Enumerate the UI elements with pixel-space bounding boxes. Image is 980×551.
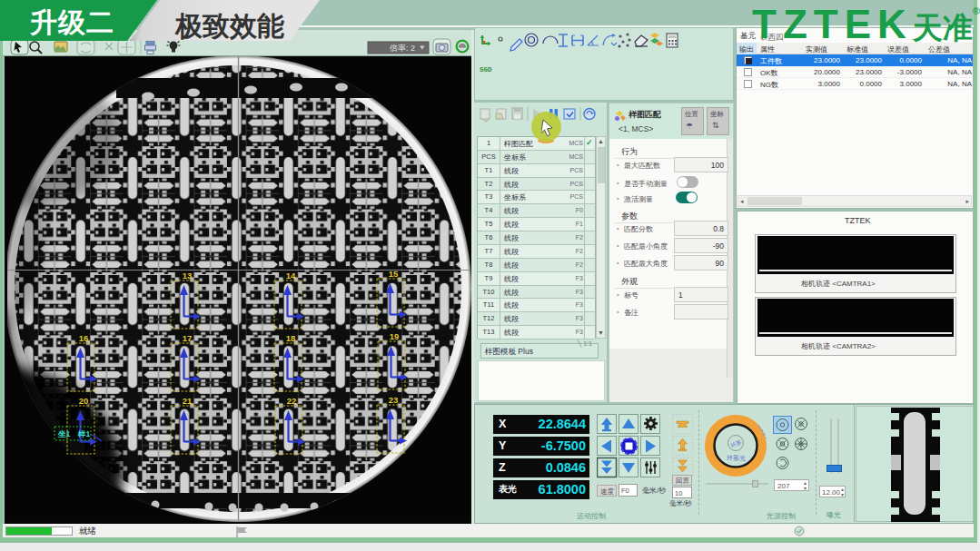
svg-text:环形光: 环形光: [727, 455, 746, 462]
svg-text:样1: 样1: [77, 429, 91, 438]
svg-text:21: 21: [183, 396, 193, 406]
svg-text:16: 16: [79, 333, 89, 343]
svg-text:13: 13: [183, 271, 193, 280]
svg-text:18: 18: [286, 333, 296, 343]
svg-text:14: 14: [286, 271, 296, 280]
svg-text:SGD: SGD: [480, 66, 492, 74]
svg-text:环形: 环形: [730, 439, 742, 449]
svg-text:19: 19: [390, 331, 400, 341]
svg-text:20: 20: [79, 396, 89, 406]
svg-text:17: 17: [183, 333, 193, 343]
svg-text:22: 22: [287, 396, 297, 406]
svg-text:23: 23: [389, 395, 399, 405]
svg-text:15: 15: [389, 269, 399, 279]
svg-text:坐1: 坐1: [57, 429, 71, 438]
svg-text:倍率: 2: 倍率: 2: [390, 44, 415, 53]
